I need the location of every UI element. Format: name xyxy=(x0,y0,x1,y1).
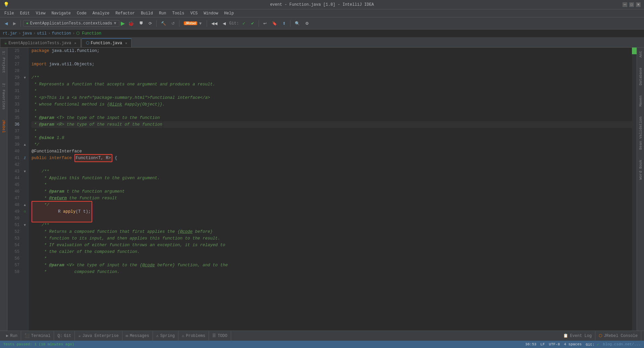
tool-tab-database[interactable]: Database xyxy=(638,66,643,87)
share-button[interactable]: ⬆ xyxy=(280,20,288,26)
jrebel-badge: JRebel xyxy=(184,21,198,25)
code-editor[interactable]: package java.util.function; import java.… xyxy=(29,48,632,331)
bottom-tab-problems[interactable]: ⚠ Problems xyxy=(178,331,209,341)
rebuild-button[interactable]: ↺ xyxy=(169,20,177,26)
undo-button[interactable]: ↩ xyxy=(261,20,269,26)
fold-icon-48[interactable]: ▲ xyxy=(24,203,26,207)
highlight-apply-method: R apply(T t); xyxy=(32,201,92,222)
code-line-54: * If evaluation of either function throw… xyxy=(32,242,632,249)
breadcrumb-function[interactable]: function xyxy=(52,31,71,36)
run-config-icon: ● xyxy=(26,21,29,25)
status-left: Tests passed: 1 (10 minutes ago) xyxy=(3,342,74,346)
menu-window[interactable]: Window xyxy=(201,10,221,16)
settings-button[interactable]: ⚙ xyxy=(303,20,311,26)
back-button[interactable]: ◀ xyxy=(3,20,10,26)
menu-analyze[interactable]: Analyze xyxy=(90,10,112,16)
git-tick-button[interactable]: ✔ xyxy=(249,20,256,26)
code-line-37: * xyxy=(32,128,632,135)
menu-view[interactable]: View xyxy=(33,10,48,16)
vcs-button-2[interactable]: ◀ xyxy=(221,20,228,26)
fold-icon-43[interactable]: ▼ xyxy=(24,170,26,173)
bottom-tab-run[interactable]: ▶ Run xyxy=(3,331,21,341)
menu-help[interactable]: Help xyxy=(221,10,236,16)
code-line-52: * Returns a composed function that first… xyxy=(32,228,632,235)
fold-icon-39[interactable]: ▲ xyxy=(24,143,26,147)
tab-close-function[interactable]: ✕ xyxy=(125,41,127,45)
tool-tab-maven[interactable]: Maven xyxy=(638,94,643,108)
jrebel-button[interactable]: JRebel ▼ xyxy=(182,20,205,26)
override-marker-49: ○ xyxy=(23,209,26,214)
tool-tab-bean-validation[interactable]: Bean Validation xyxy=(638,115,643,151)
breadcrumb-util[interactable]: util xyxy=(37,31,47,36)
tab-function[interactable]: ⬡ Function.java ✕ xyxy=(82,39,132,47)
minimap-scrollbar[interactable] xyxy=(632,48,637,331)
profile-button[interactable]: ⟳ xyxy=(147,20,154,26)
run-config-selector[interactable]: ● EventApplicationTests.contextLoads ▼ xyxy=(23,20,119,27)
bottom-tab-spring[interactable]: ⚠ Spring xyxy=(153,331,178,341)
bottom-tab-terminal[interactable]: ⬛ Terminal xyxy=(21,331,54,341)
menu-refactor[interactable]: Refactor xyxy=(113,10,138,16)
menu-edit[interactable]: Edit xyxy=(17,10,33,16)
window-controls[interactable]: ─ □ ✕ xyxy=(623,2,641,7)
git-icon: Q: xyxy=(57,334,62,338)
tab-close-test[interactable]: ✕ xyxy=(74,41,76,45)
toolbar-sep-3 xyxy=(179,20,179,27)
code-line-39: */ xyxy=(32,141,632,148)
toolbar-sep-6 xyxy=(290,20,290,27)
code-line-58: * composed function. xyxy=(32,269,632,275)
terminal-icon: ⬛ xyxy=(24,333,30,338)
code-line-55: * the caller of the composed function. xyxy=(32,249,632,255)
bottom-tab-todo[interactable]: ☰ TODO xyxy=(209,331,231,341)
menu-bar: File Edit View Navigate Code Analyze Ref… xyxy=(0,9,644,17)
menu-vcs[interactable]: VCS xyxy=(188,10,201,16)
bottom-tab-event-log[interactable]: 📋 Event Log xyxy=(560,331,595,341)
git-branch[interactable]: Git: ✓ xyxy=(586,342,599,347)
bottom-tab-java-enterprise[interactable]: ☕ Java Enterprise xyxy=(75,331,122,341)
debug-button[interactable]: 🐞 xyxy=(126,20,136,27)
breadcrumb-java[interactable]: java xyxy=(22,31,32,36)
minimize-button[interactable]: ─ xyxy=(623,2,627,7)
menu-file[interactable]: File xyxy=(2,10,17,16)
vcs-button-1[interactable]: ◀◀ xyxy=(209,20,219,26)
messages-label: Messages xyxy=(130,334,149,338)
menu-code[interactable]: Code xyxy=(74,10,89,16)
tool-tab-jrebel[interactable]: JRebel xyxy=(1,118,6,135)
code-line-30: * Represents a function that accepts one… xyxy=(32,81,632,88)
highlight-function-interface: Function<T, R> xyxy=(74,154,112,162)
close-button[interactable]: ✕ xyxy=(636,2,641,7)
menu-build[interactable]: Build xyxy=(138,10,156,16)
external-link[interactable]: blog.csdn.net/... xyxy=(603,342,641,346)
cursor-position: 36:53 xyxy=(525,342,536,346)
breadcrumb-rtjar[interactable]: rt.jar xyxy=(3,31,17,36)
tool-tab-ant[interactable]: Ant xyxy=(638,49,643,59)
toolbar-sep-1 xyxy=(20,20,21,27)
build-button[interactable]: 🔨 xyxy=(159,20,168,26)
tool-tab-favorites[interactable]: 2: Favorites xyxy=(1,81,6,111)
coverage-button[interactable]: ⛊ xyxy=(137,20,145,26)
bottom-tab-jrebel-console[interactable]: ⬡ JRebel Console xyxy=(595,331,641,341)
code-line-32: * <p>This is a <a href="package-summary.… xyxy=(32,94,632,101)
menu-tools[interactable]: Tools xyxy=(170,10,187,16)
bookmark-button[interactable]: 🔖 xyxy=(270,20,279,26)
tool-tab-project[interactable]: 1: Project xyxy=(1,49,6,75)
run-button[interactable]: ▶ xyxy=(121,20,125,26)
title-bar: 💡 event - Function.java [1.8] - IntelliJ… xyxy=(0,0,644,9)
git-check-button[interactable]: ✓ xyxy=(240,20,248,26)
code-line-29: /** xyxy=(32,74,632,81)
tool-tab-word-book[interactable]: Word Book xyxy=(638,158,643,181)
fold-icon-29[interactable]: ▼ xyxy=(24,76,26,80)
menu-run[interactable]: Run xyxy=(156,10,169,16)
maximize-button[interactable]: □ xyxy=(629,2,634,7)
validation-indicator xyxy=(632,48,637,54)
fold-icon-51[interactable]: ▼ xyxy=(24,223,26,227)
search-button[interactable]: 🔍 xyxy=(293,20,302,26)
code-line-57: * @param <V> the type of input to the {@… xyxy=(32,262,632,269)
bottom-tab-messages[interactable]: ✉ Messages xyxy=(122,331,153,341)
bottom-tab-git[interactable]: Q: Git xyxy=(54,331,75,341)
tab-eventapplicationtests[interactable]: ☕ EventApplicationTests.java ✕ xyxy=(0,39,81,47)
code-line-50 xyxy=(32,215,632,222)
forward-button[interactable]: ▶ xyxy=(11,20,18,26)
menu-navigate[interactable]: Navigate xyxy=(49,10,73,16)
git-label: Git: xyxy=(229,21,239,26)
todo-label: TODO xyxy=(218,334,227,338)
